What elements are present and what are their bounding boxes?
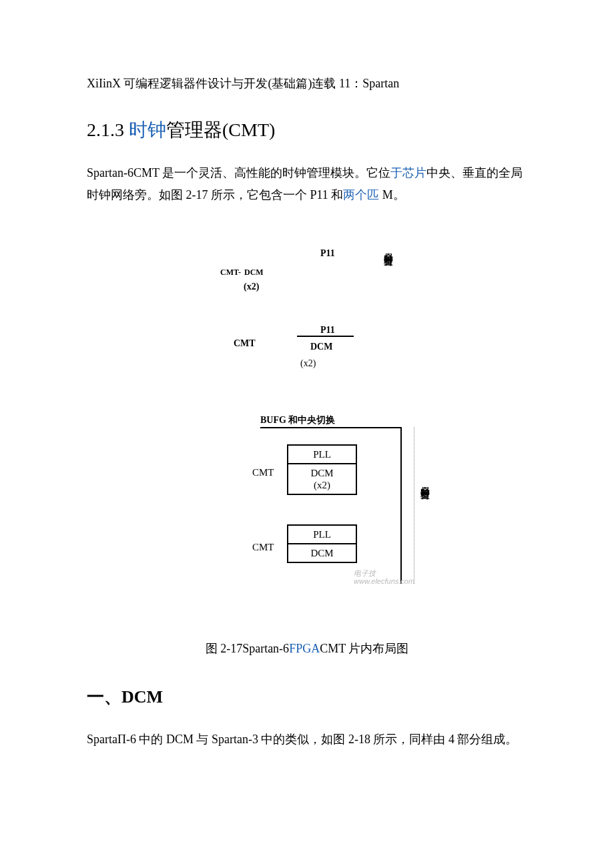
watermark-line2: www.elecfuns.com: [354, 577, 414, 585]
intro-seg1: Spartan-6CMT 是一个灵活、高性能的时钟管理模块。它位: [87, 166, 390, 179]
intro-link2[interactable]: 两个匹: [343, 188, 379, 201]
divider-line-top: [297, 336, 354, 337]
caption-link[interactable]: FPGA: [289, 642, 320, 655]
diagram-bottom: BUFG 和中央切换 PLL DCM (x2) CMT PLL DCM CMT …: [180, 412, 434, 612]
top-line-rule: [260, 427, 400, 428]
label-cmt-prefix: CMT-: [220, 266, 241, 279]
caption-pre: 图 2-17Spartan-6: [206, 642, 289, 655]
cell-dcm-x2: DCM (x2): [288, 464, 356, 494]
label-p11-top: P11: [320, 246, 335, 262]
section-link[interactable]: 时钟: [129, 119, 166, 140]
main-vertical-line: [400, 427, 402, 584]
watermark-line1: 电子技: [354, 569, 376, 577]
diagram-top: P11 CMT- DCM (x2) CMT P11 DCM (x2) 全局时钟垂…: [180, 246, 434, 392]
section-heading: 2.1.3 时钟管理器(CMT): [87, 114, 527, 146]
dotted-vertical-line: [414, 427, 414, 584]
intro-link1[interactable]: 于芯片: [390, 166, 426, 179]
last-paragraph: SpartaΠ-6 中的 DCM 与 Spartan-3 中的类似，如图 2-1…: [87, 729, 527, 750]
figure-area: P11 CMT- DCM (x2) CMT P11 DCM (x2) 全局时钟垂…: [87, 246, 527, 618]
cell-dcm-2: DCM: [288, 544, 356, 562]
cell-pll-2: PLL: [288, 526, 356, 544]
cmt-block-1: PLL DCM (x2): [287, 444, 357, 495]
label-cmt-left-1: CMT: [252, 464, 274, 482]
label-dcm-mid: DCM: [310, 339, 332, 355]
cmt-block-2: PLL DCM: [287, 524, 357, 563]
label-x2-mid: (x2): [300, 356, 316, 372]
label-x2-top: (x2): [244, 279, 259, 295]
cell-pll-1: PLL: [288, 446, 356, 464]
section-tail: 管理器(CMT): [166, 119, 275, 140]
label-vertical-tree-top: 全局时钟垂直树: [380, 246, 396, 250]
caption-post: CMT 片内布局图: [320, 642, 408, 655]
label-cmt-left-2: CMT: [252, 539, 274, 556]
intro-seg3: M。: [379, 188, 405, 201]
intro-paragraph: Spartan-6CMT 是一个灵活、高性能的时钟管理模块。它位于芯片中央、垂直…: [87, 162, 527, 205]
label-dcm-top: DCM: [244, 266, 264, 279]
section-number: 2.1.3: [87, 119, 129, 140]
label-cmt-mid: CMT: [234, 336, 256, 352]
watermark: 电子技 www.elecfuns.com: [354, 569, 414, 585]
sub-heading-dcm: 一、DCM: [87, 683, 527, 712]
figure-caption: 图 2-17Spartan-6FPGACMT 片内布局图: [87, 638, 527, 659]
topline-text: XiIinX 可编程逻辑器件设计与开发(基础篇)连载 11：Spartan: [87, 77, 399, 90]
top-context-line: XiIinX 可编程逻辑器件设计与开发(基础篇)连载 11：Spartan: [87, 73, 527, 94]
label-bufg-title: BUFG 和中央切换: [260, 412, 335, 428]
label-vertical-tree-bottom: 全局时钟垂直树: [417, 479, 433, 484]
